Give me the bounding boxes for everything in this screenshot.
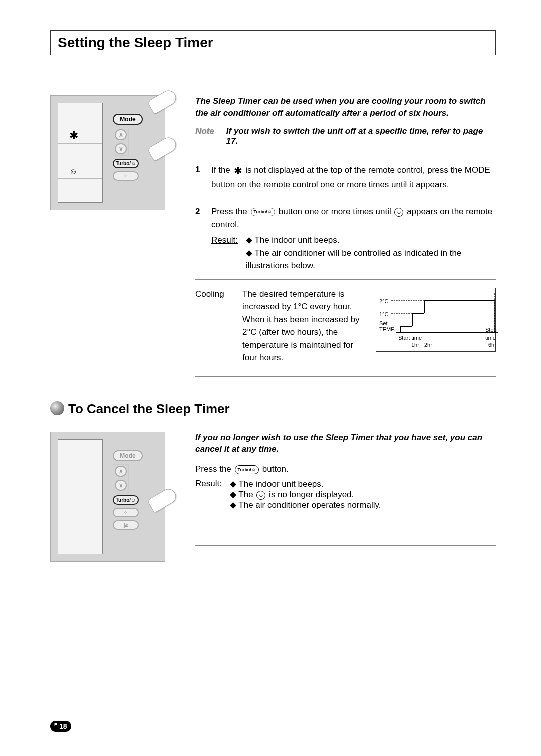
y-tick: Set TEMP.: [379, 320, 399, 332]
result-item: The indoor unit beeps.: [246, 234, 496, 247]
snowflake-icon: ✱: [234, 163, 242, 178]
step-body: Press the Turbo/☺ button one or more tim…: [211, 205, 496, 272]
divider: [195, 279, 496, 280]
swing-button: ⁘: [113, 171, 139, 181]
section-setting: ✱ ☺ Mode ∧ ∨ Turbo/☺ ⁘: [50, 95, 496, 379]
remote-illustration-1: ✱ ☺ Mode ∧ ∨ Turbo/☺ ⁘: [50, 95, 165, 210]
cooling-text: The desired temperature is increased by …: [242, 288, 363, 364]
snowflake-icon: ✱: [69, 129, 78, 142]
intro-text: If you no longer wish to use the Sleep T…: [195, 432, 496, 456]
press-instruction: Press the Turbo/☺ button.: [195, 462, 496, 476]
sleep-icon: ☺: [69, 167, 77, 176]
remote-screen: [58, 439, 103, 554]
result-item: The ☺ is no longer displayed.: [230, 489, 496, 500]
intro-text: The Sleep Timer can be used when you are…: [195, 95, 496, 119]
result-block: Result: The indoor unit beeps. The air c…: [211, 234, 496, 272]
temperature-chart: 2°C 1°C Set TEMP.: [376, 288, 496, 352]
turbo-sleep-button: Turbo/☺: [113, 159, 139, 168]
turbo-pill-icon: Turbo/☺: [235, 465, 259, 474]
divider: [195, 545, 496, 546]
cooling-label: Cooling: [195, 288, 229, 364]
mode-button: Mode: [113, 114, 143, 125]
y-tick: 2°C: [379, 297, 388, 306]
sleep-icon: ☺: [394, 208, 403, 217]
note-label: Note: [195, 126, 214, 146]
section-subtitle: To Cancel the Sleep Timer: [50, 401, 496, 417]
result-bullets: The indoor unit beeps. The air condition…: [246, 234, 496, 272]
x-tick: Stop time: [485, 326, 497, 342]
note-block: Note If you wish to switch the unit off …: [195, 126, 496, 146]
remote-illustration-2: Mode ∧ ∨ Turbo/☺ ⁘ |≥: [50, 432, 165, 562]
step-number: 1: [195, 163, 203, 191]
down-arrow-button: ∨: [115, 143, 127, 154]
up-arrow-button: ∧: [115, 129, 127, 140]
airflow-button: |≥: [113, 520, 139, 530]
remote-screen: ✱ ☺: [58, 103, 103, 203]
result-label: Result:: [195, 479, 222, 510]
section-cancel: Mode ∧ ∨ Turbo/☺ ⁘ |≥ If you no longer w…: [50, 432, 496, 562]
y-tick: 1°C: [379, 310, 388, 319]
x-tick: 2hr: [424, 341, 432, 349]
x-tick: 1hr: [411, 341, 419, 349]
up-arrow-button: ∧: [115, 466, 127, 477]
step-number: 2: [195, 205, 203, 272]
page-title: Setting the Sleep Timer: [58, 35, 488, 51]
finger-pointer-icon: [147, 88, 178, 115]
result-label: Result:: [211, 234, 238, 272]
turbo-pill-icon: Turbo/☺: [251, 208, 276, 217]
divider: [195, 376, 496, 377]
sleep-icon: ☺: [256, 491, 265, 500]
page-number: E-18: [50, 721, 71, 732]
cooling-block: Cooling The desired temperature is incre…: [195, 282, 496, 374]
down-arrow-button: ∨: [115, 480, 127, 491]
bullet-sphere-icon: [50, 401, 64, 415]
step-body: If the ✱ is not displayed at the top of …: [211, 163, 496, 191]
turbo-sleep-button: Turbo/☺: [113, 495, 139, 505]
mode-button: Mode: [113, 450, 143, 461]
result-item: The air conditioner operates normally.: [230, 500, 496, 510]
result-item: The air conditioner will be controlled a…: [246, 247, 496, 272]
result-block: Result: The indoor unit beeps. The ☺ is …: [195, 479, 496, 510]
temp-arrows: ∧ ∨: [113, 128, 129, 156]
step-2: 2 Press the Turbo/☺ button one or more t…: [195, 200, 496, 277]
manual-page: Setting the Sleep Timer ✱ ☺ Mode ∧ ∨ Tur…: [0, 0, 541, 756]
divider: [195, 198, 496, 198]
result-bullets: The indoor unit beeps. The ☺ is no longe…: [230, 479, 496, 510]
swing-button: ⁘: [113, 508, 139, 517]
result-item: The indoor unit beeps.: [230, 479, 496, 489]
page-title-frame: Setting the Sleep Timer: [50, 30, 496, 55]
note-text: If you wish to switch the unit off at a …: [226, 126, 496, 146]
step-1: 1 If the ✱ is not displayed at the top o…: [195, 158, 496, 196]
temp-arrows: ∧ ∨: [113, 464, 129, 492]
